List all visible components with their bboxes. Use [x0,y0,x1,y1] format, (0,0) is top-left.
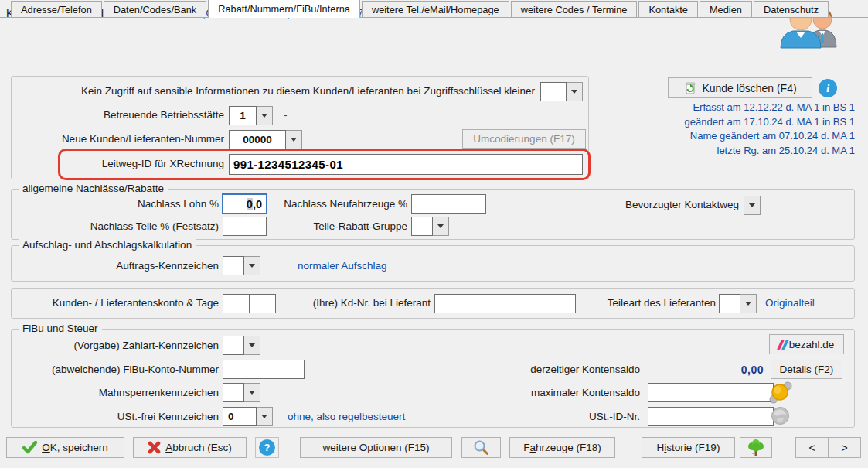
tab-weitere-tel-email-homepage[interactable]: weitere Tel./eMail/Homepage [362,1,509,17]
chevron-down-icon[interactable] [567,82,583,101]
tree-icon [747,439,765,457]
kontensaldo-value: 0,00 [665,364,764,376]
access-key-label: Kein Zugriff auf sensible Informationen … [19,85,535,97]
betriebsstaette-combo[interactable]: 1 [229,106,273,125]
kunde-loeschen-button[interactable]: Kunde löschen (F4) [668,77,812,98]
bezahl-slashes-icon [779,340,787,350]
chevron-down-icon[interactable] [286,130,302,149]
kdnr-lieferant-input[interactable] [434,294,576,313]
tab-medien[interactable]: Medien [700,1,752,17]
fibu-konto-label: (abweichende) FiBu-Konto-Nummer [0,364,219,375]
betriebsstaette-suffix: - [284,109,288,121]
teile-rabatt-gruppe-combo[interactable] [411,217,449,236]
prev-record-button[interactable]: < [795,437,829,458]
nachlass-neufahrzeuge-input[interactable] [411,194,486,214]
chevron-down-icon[interactable] [257,407,273,426]
chevron-down-icon[interactable] [740,294,757,313]
chevron-down-icon[interactable] [244,336,260,355]
ok-speichern-button[interactable]: OK, speichern [6,437,124,458]
tab-bar: Adresse/Telefon Daten/Codes/Bank Rabatt/… [0,0,868,18]
auftrags-kennzeichen-combo[interactable] [223,256,260,275]
zahlart-combo[interactable] [223,336,260,355]
globe-icon[interactable] [770,405,791,429]
mahnsperren-combo[interactable] [223,383,260,402]
teileart-hint: Originalteil [765,297,815,309]
teile-rabatt-gruppe-label: Teile-Rabatt-Gruppe [271,220,407,232]
auftrags-kennzeichen-hint: normaler Aufschlag [298,260,387,272]
betriebsstaette-label: Betreuende Betriebsstätte [0,109,224,121]
access-key-combo[interactable] [540,82,583,101]
tab-daten-codes-bank[interactable]: Daten/Codes/Bank [104,1,206,17]
leitweg-label: Leitweg-ID für XRechnung [0,158,224,169]
nachlass-lohn-label: Nachlass Lohn % [0,198,219,210]
tree-view-button[interactable] [740,437,772,458]
nachlass-teile-label: Nachlass Teile % (Festsatz) [0,220,219,232]
kontaktweg-label: Bevorzugter Kontaktweg [584,199,739,210]
info-line: geändert am 17.10.24 d. MA 1 in BS 1 [541,115,855,130]
tage-input[interactable] [249,294,276,313]
weitere-optionen-button[interactable]: weitere Optionen (F15) [300,437,452,458]
nachlass-teile-input[interactable] [223,217,267,236]
auftrags-kennzeichen-label: Auftrags-Kennzeichen [0,260,219,272]
help-icon: ? [259,439,275,456]
record-history-info: Erfasst am 12.12.22 d. MA 1 in BS 1 geän… [541,101,855,158]
tab-rabatt-nummern-fibu-interna[interactable]: Rabatt/Nummern/FiBu/Interna [208,0,360,18]
max-kontensaldo-label: maximaler Kontensaldo [464,387,640,398]
kdnr-lieferant-label: (Ihre) Kd-Nr. bei Lieferant [294,297,431,309]
ust-frei-combo[interactable]: 0 [223,407,273,426]
nachlass-neufahrzeuge-label: Nachlass Neufahrzeuge % [255,198,407,210]
konto-tage-label: Kunden- / Lieferantenskonto & Tage [0,297,219,309]
next-record-button[interactable]: > [828,437,861,458]
fibu-konto-input[interactable] [223,360,305,379]
chevron-down-icon[interactable] [244,256,260,275]
teileart-label: Teileart des Lieferanten [580,297,716,309]
kontaktweg-dropdown[interactable] [744,196,761,215]
aufschlag-legend: Aufschlag- und Abschlagskalkulation [19,239,196,251]
historie-button[interactable]: Historie (F19) [642,437,735,458]
ust-frei-label: USt.-frei Kennzeichen [0,411,219,422]
search-icon [473,439,489,456]
ust-frei-hint: ohne, also regelbesteuert [288,411,405,422]
leitweg-input[interactable] [229,154,583,175]
bezahl-de-button[interactable]: bezahl.de [769,334,844,354]
neue-nummer-label: Neue Kunden/Lieferanten-Nummer [0,133,224,145]
ust-id-input[interactable] [648,407,774,426]
zahlart-label: (Vorgabe) Zahlart-Kennzeichen [0,340,219,351]
chevron-down-icon[interactable] [433,217,449,236]
kontensaldo-label: derzeitiger Kontensaldo [464,364,640,375]
info-line: Name geändert am 07.10.24 d. MA 1 [541,129,855,144]
check-icon [22,441,37,454]
ust-id-label: USt.-ID-Nr. [464,411,640,422]
kundenkonto-input[interactable] [223,294,250,313]
info-line: Erfasst am 12.12.22 d. MA 1 in BS 1 [541,101,855,115]
rabatte-legend: allgemeine Nachlässe/Rabatte [19,183,168,194]
tab-kontakte[interactable]: Kontakte [638,1,698,17]
customer-detail-window: Kd-Nr 10012 Kd-Name Benz GmbH,Carl Fried… [0,0,868,468]
cancel-x-icon [148,441,161,454]
chevron-down-icon[interactable] [244,383,260,402]
mahnsperren-label: Mahnsperrenkennzeichen [0,387,219,398]
tab-datenschutz[interactable]: Datenschutz [754,1,829,17]
neue-nummer-combo[interactable]: 00000 [229,130,302,149]
teileart-combo[interactable] [719,294,757,313]
info-line: letzte Rg. am 25.10.24 d. MA 1 [541,144,855,159]
fibu-legend: FiBu und Steuer [19,323,102,334]
chevron-down-icon[interactable] [257,106,273,125]
tab-weitere-codes-termine[interactable]: weitere Codes / Termine [511,1,638,17]
help-button[interactable]: ? [255,437,279,458]
search-button[interactable] [461,437,501,458]
tab-adresse-telefon[interactable]: Adresse/Telefon [11,1,102,17]
info-icon[interactable]: i [819,79,837,97]
abbruch-button[interactable]: Abbruch (Esc) [133,437,247,458]
fahrzeuge-button[interactable]: Fahrzeuge (F18) [509,437,615,458]
coins-icon[interactable] [769,381,792,407]
max-kontensaldo-input[interactable] [648,383,774,402]
details-button[interactable]: Details (F2) [771,360,842,379]
trash-recycle-icon [683,81,697,95]
